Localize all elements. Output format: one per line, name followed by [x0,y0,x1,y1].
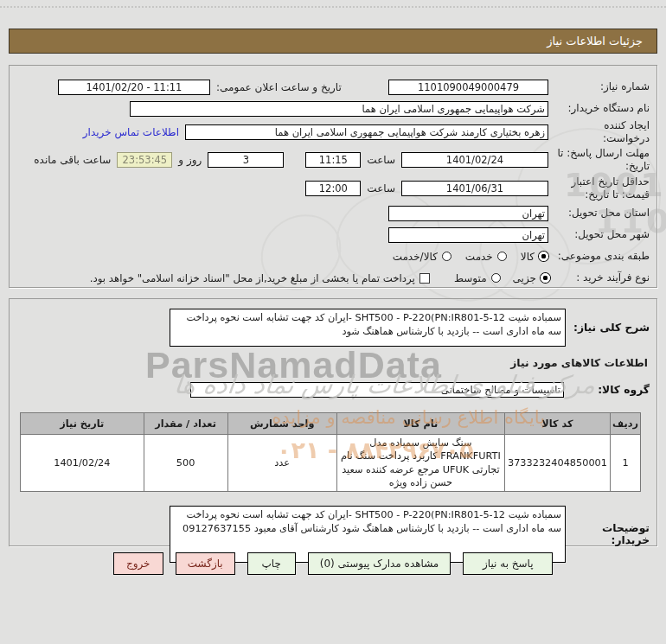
cell-goods-code: 3733232404850001 [505,435,611,492]
delivery-city-label: شهر محل تحویل: [554,228,650,241]
purchase-process-label: نوع فرآیند خرید : [554,271,650,284]
need-description-row: شرح کلی نیاز: سمباده شیت SHT500 - P-220(… [15,305,651,347]
checkbox-icon[interactable] [419,273,430,284]
buyer-org-label: نام دستگاه خریدار: [554,102,650,115]
radio-option-goods[interactable]: کالا [521,251,548,263]
radio-icon[interactable] [442,252,451,261]
print-button[interactable]: چاپ [247,552,296,575]
price-validity-date-field[interactable]: 1401/06/31 [401,181,548,196]
goods-group-row: گروه کالا: تاسیسات و مصالح ساختمانی [15,379,651,400]
page-title: جزئیات اطلاعات نیاز [9,29,657,54]
col-header-unit: واحد شمارش [227,413,336,435]
request-creator-field[interactable]: زهره بختیاری کارمند شرکت هواپیمایی جمهور… [185,124,548,140]
radio-option-goods-service[interactable]: کالا/خدمت [393,251,451,263]
need-details-page: { "title_bar": { "text": "جزئیات اطلاعات… [0,0,666,644]
deadline-time-field[interactable]: 11:15 [305,152,361,168]
buyer-org-field[interactable]: شرکت هواپیمایی جمهوری اسلامی ایران هما [130,101,548,117]
col-header-goods-name: نام کالا [336,413,504,435]
goods-table-header-row: ردیف کد کالا نام کالا واحد شمارش تعداد /… [21,413,641,435]
exit-button[interactable]: خروج [113,552,163,575]
radio-option-label: کالا [521,251,535,263]
price-validity-row: حداقل تاریخ اعتبار قیمت: تا تاریخ: 1401/… [16,174,650,202]
deadline-hour-label: ساعت [367,154,395,166]
col-header-goods-code: کد کالا [505,413,611,435]
response-deadline-row: مهلت ارسال پاسخ: تا تاریخ: 1401/02/24 سا… [16,145,650,174]
goods-group-field[interactable]: تاسیسات و مصالح ساختمانی [190,382,564,398]
buyer-notes-label: توضیحات خریدار: [570,522,650,546]
need-description-label: شرح کلی نیاز: [570,322,650,334]
delivery-province-field[interactable]: تهران [388,206,548,221]
need-number-label: شماره نیاز: [554,80,650,93]
buyer-org-row: نام دستگاه خریدار: شرکت هواپیمایی جمهوری… [16,98,650,119]
delivery-city-field[interactable]: تهران [388,227,548,243]
price-validity-label: حداقل تاریخ اعتبار قیمت: تا تاریخ: [554,175,650,201]
deadline-days-label: روز و [178,154,202,166]
col-header-quantity: تعداد / مقدار [144,413,227,435]
action-button-bar: پاسخ به نیاز مشاهده مدارک پیوستی (0) چاپ… [0,552,666,575]
goods-info-panel: شرح کلی نیاز: سمباده شیت SHT500 - P-220(… [9,298,657,546]
deadline-date-field[interactable]: 1401/02/24 [401,152,548,168]
need-number-field[interactable]: 1101090049000479 [388,80,548,95]
radio-option-label: کالا/خدمت [393,251,438,263]
goods-table-row: 1 3733232404850001 سنگ سایش سمباده مدل F… [21,435,641,492]
subject-classification-label: طبقه بندی موضوعی: [554,250,650,263]
deadline-days-field[interactable]: 3 [208,152,284,168]
radio-icon[interactable] [491,273,501,283]
purchase-process-row: نوع فرآیند خرید : جزیی متوسط پرداخت تمام… [16,267,650,289]
price-validity-time-field[interactable]: 12:00 [305,181,361,196]
view-attachments-button[interactable]: مشاهده مدارک پیوستی (0) [308,552,451,575]
cell-unit: عدد [227,435,336,492]
top-dotted-divider [0,6,666,8]
subject-classification-row: طبقه بندی موضوعی: کالا خدمت کالا/خدمت [16,245,650,267]
radio-selected-icon[interactable] [541,273,550,283]
radio-option-minor[interactable]: جزیی [513,272,550,284]
delivery-province-label: استان محل تحویل: [554,207,650,220]
delivery-province-row: استان محل تحویل: تهران [16,202,650,224]
back-button[interactable]: بازگشت [176,552,235,575]
cell-need-date: 1401/02/24 [21,435,144,492]
price-validity-hour-label: ساعت [367,182,395,194]
radio-option-label: متوسط [454,272,487,284]
request-creator-label: ایجاد کننده درخواست: [554,119,650,145]
cell-row-number: 1 [611,435,641,492]
need-description-box[interactable]: سمباده شیت SHT500 - P-220(PN:IR801-5-12 … [170,309,566,347]
radio-option-medium[interactable]: متوسط [454,272,501,284]
radio-option-service[interactable]: خدمت [465,251,507,263]
countdown-timer: 23:53:45 [117,152,172,168]
need-number-row: شماره نیاز: 1101090049000479 تاریخ و ساع… [16,76,650,98]
goods-section-heading: اطلاعات کالاهای مورد نیاز [18,357,648,369]
radio-selected-icon[interactable] [539,252,548,261]
col-header-need-date: تاریخ نیاز [21,413,144,435]
col-header-row-number: ردیف [611,413,641,435]
announce-datetime-label: تاریخ و ساعت اعلان عمومی: [216,81,342,93]
response-deadline-label: مهلت ارسال پاسخ: تا تاریخ: [554,147,650,173]
radio-option-label: جزیی [513,272,536,284]
cell-quantity: 500 [144,435,227,492]
delivery-city-row: شهر محل تحویل: تهران [16,224,650,245]
radio-icon[interactable] [497,252,507,261]
goods-group-label: گروه کالا: [570,384,650,396]
request-creator-row: ایجاد کننده درخواست: زهره بختیاری کارمند… [16,119,650,145]
need-info-panel: شماره نیاز: 1101090049000479 تاریخ و ساع… [9,65,657,288]
treasury-payment-checkbox[interactable]: پرداخت تمام یا بخشی از مبلغ خرید,از محل … [90,272,430,284]
goods-table: ردیف کد کالا نام کالا واحد شمارش تعداد /… [20,412,641,492]
countdown-label: ساعت باقی مانده [34,154,111,166]
buyer-contact-link[interactable]: اطلاعات تماس خریدار [83,126,179,138]
announce-datetime-field[interactable]: 1401/02/20 - 11:11 [58,80,210,95]
cell-goods-name: سنگ سایش سمباده مدل FRANKFURTI کاربرد پر… [336,435,504,492]
checkbox-label: پرداخت تمام یا بخشی از مبلغ خرید,از محل … [90,272,415,284]
respond-to-need-button[interactable]: پاسخ به نیاز [463,552,553,575]
radio-option-label: خدمت [465,251,493,263]
